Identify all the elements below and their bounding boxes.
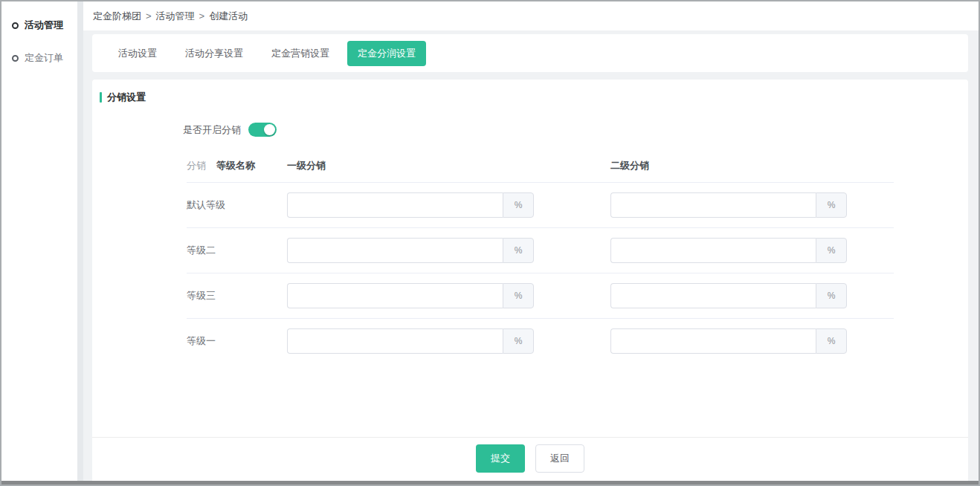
tab-activity-settings[interactable]: 活动设置	[108, 41, 167, 66]
tier2-rate-field: %	[610, 192, 894, 218]
column-header-tier1: 一级分销	[287, 159, 610, 172]
distribution-rate-table: 分销 等级名称 一级分销 二级分销 默认等级 % %	[187, 159, 894, 363]
section-accent-bar	[100, 92, 102, 103]
table-row: 等级二 % %	[187, 227, 894, 273]
column-header-level: 等级名称	[216, 159, 287, 172]
sidebar-item-label: 定金订单	[25, 51, 63, 65]
tab-activity-share-settings[interactable]: 活动分享设置	[175, 41, 254, 66]
circle-icon	[12, 22, 19, 29]
row-group-label: 分销	[187, 159, 216, 172]
percent-suffix: %	[816, 328, 847, 354]
percent-suffix: %	[503, 192, 534, 218]
table-row: 默认等级 % %	[187, 182, 894, 227]
tier1-rate-field: %	[287, 238, 610, 263]
enable-distribution-row: 是否开启分销	[183, 123, 968, 137]
tier2-rate-input[interactable]	[610, 328, 816, 354]
level-label: 等级二	[187, 244, 287, 257]
percent-suffix: %	[816, 192, 847, 218]
submit-button[interactable]: 提交	[476, 444, 525, 473]
distribution-settings-card: 分销设置 是否开启分销 分销 等级名称 一级分销 二级分销 默认等级	[92, 80, 968, 481]
tier1-rate-input[interactable]	[287, 283, 503, 308]
breadcrumb-separator: >	[199, 10, 205, 22]
breadcrumb: 定金阶梯团 > 活动管理 > 创建活动	[83, 1, 979, 30]
section-header: 分销设置	[92, 80, 968, 104]
sidebar-item-deposit-orders[interactable]: 定金订单	[1, 42, 77, 74]
app-window: 活动管理 定金订单 定金阶梯团 > 活动管理 > 创建活动 活动设置 活动分享设…	[0, 0, 980, 486]
tab-deposit-marketing-settings[interactable]: 定金营销设置	[261, 41, 340, 66]
breadcrumb-item[interactable]: 创建活动	[209, 10, 248, 23]
percent-suffix: %	[503, 328, 534, 354]
breadcrumb-item[interactable]: 活动管理	[156, 10, 195, 23]
level-label: 等级三	[187, 289, 287, 302]
table-header-row: 分销 等级名称 一级分销 二级分销	[187, 159, 894, 182]
tier2-rate-input[interactable]	[610, 283, 816, 308]
breadcrumb-separator: >	[146, 10, 152, 22]
tier1-rate-field: %	[287, 192, 610, 218]
back-button[interactable]: 返回	[535, 444, 584, 473]
percent-suffix: %	[503, 238, 534, 263]
form-footer: 提交 返回	[92, 437, 968, 481]
tier1-rate-field: %	[287, 283, 610, 308]
enable-distribution-toggle[interactable]	[248, 123, 277, 137]
sidebar-item-activity-management[interactable]: 活动管理	[1, 9, 77, 42]
sidebar-divider	[77, 1, 83, 481]
circle-icon	[12, 55, 19, 62]
sidebar-item-label: 活动管理	[25, 19, 63, 32]
table-row: 等级三 % %	[187, 273, 894, 318]
window-bottom-edge	[1, 481, 979, 485]
toggle-label: 是否开启分销	[183, 123, 241, 137]
toggle-knob	[264, 124, 275, 135]
column-header-tier2: 二级分销	[610, 159, 894, 172]
tier2-rate-input[interactable]	[610, 238, 816, 263]
level-label: 等级一	[187, 334, 287, 348]
percent-suffix: %	[503, 283, 534, 308]
tier2-rate-field: %	[610, 283, 894, 308]
content-area: 定金阶梯团 > 活动管理 > 创建活动 活动设置 活动分享设置 定金营销设置 定…	[83, 1, 979, 485]
table-row: 等级一 % %	[187, 318, 894, 363]
tier2-rate-input[interactable]	[610, 192, 816, 218]
tab-bar: 活动设置 活动分享设置 定金营销设置 定金分润设置	[92, 34, 968, 72]
tier2-rate-field: %	[610, 328, 894, 354]
breadcrumb-item[interactable]: 定金阶梯团	[93, 10, 141, 23]
tier2-rate-field: %	[610, 238, 894, 263]
tab-deposit-profit-settings[interactable]: 定金分润设置	[347, 41, 426, 66]
section-title: 分销设置	[107, 91, 146, 104]
tier1-rate-input[interactable]	[287, 238, 503, 263]
percent-suffix: %	[816, 238, 847, 263]
tier1-rate-input[interactable]	[287, 328, 503, 354]
tier1-rate-input[interactable]	[287, 192, 503, 218]
level-label: 默认等级	[187, 198, 287, 212]
percent-suffix: %	[816, 283, 847, 308]
tier1-rate-field: %	[287, 328, 610, 354]
sidebar: 活动管理 定金订单	[1, 1, 77, 481]
